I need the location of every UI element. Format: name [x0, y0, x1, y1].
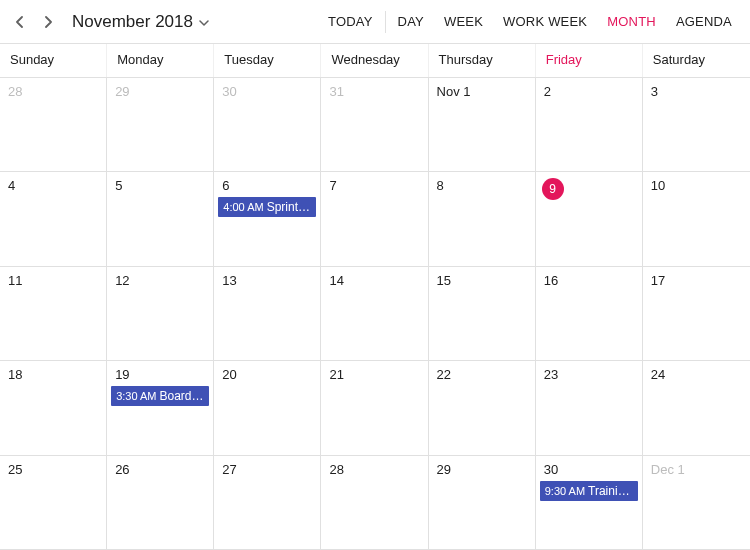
event-time: 4:00 AM — [223, 201, 263, 213]
calendar-cell[interactable]: 27 — [214, 456, 321, 550]
calendar-cell[interactable]: 64:00 AMSprint … — [214, 172, 321, 266]
calendar-cell[interactable]: 23 — [536, 361, 643, 455]
date-number: 19 — [111, 367, 129, 382]
date-number: 23 — [540, 367, 558, 382]
day-header-cell: Saturday — [643, 44, 750, 77]
view-agenda-button[interactable]: AGENDA — [666, 0, 742, 44]
calendar-cell[interactable]: Dec 1 — [643, 456, 750, 550]
calendar-cell[interactable]: 15 — [429, 267, 536, 361]
calendar-cell[interactable]: 29 — [107, 78, 214, 172]
view-month-button[interactable]: MONTH — [597, 0, 666, 44]
date-number: 17 — [647, 273, 665, 288]
toolbar-title: November 2018 — [72, 12, 193, 32]
calendar-cell[interactable]: 3 — [643, 78, 750, 172]
date-number: 28 — [325, 462, 343, 477]
date-number: 30 — [540, 462, 558, 477]
day-header-cell: Monday — [107, 44, 214, 77]
date-number: 5 — [111, 178, 122, 193]
date-number: 24 — [647, 367, 665, 382]
calendar-event[interactable]: 3:30 AMBoard … — [111, 386, 209, 406]
date-number: 14 — [325, 273, 343, 288]
calendar-cell[interactable]: 25 — [0, 456, 107, 550]
date-number: 30 — [218, 84, 236, 99]
day-header-cell: Sunday — [0, 44, 107, 77]
date-number: 8 — [433, 178, 444, 193]
date-number: 27 — [218, 462, 236, 477]
calendar-cell[interactable]: 26 — [107, 456, 214, 550]
calendar-cell[interactable]: 24 — [643, 361, 750, 455]
calendar-cell[interactable]: 10 — [643, 172, 750, 266]
calendar-cell[interactable]: 7 — [321, 172, 428, 266]
calendar-cell[interactable]: 309:30 AMTrainin… — [536, 456, 643, 550]
calendar-cell[interactable]: 13 — [214, 267, 321, 361]
calendar-cell[interactable]: 193:30 AMBoard … — [107, 361, 214, 455]
calendar-cell[interactable]: 20 — [214, 361, 321, 455]
calendar-cell[interactable]: 22 — [429, 361, 536, 455]
calendar-event[interactable]: 9:30 AMTrainin… — [540, 481, 638, 501]
calendar-cell[interactable]: 2 — [536, 78, 643, 172]
toolbar-separator — [385, 11, 386, 33]
event-title: Board … — [160, 389, 207, 403]
date-number: 25 — [4, 462, 22, 477]
calendar-cell[interactable]: 28 — [321, 456, 428, 550]
calendar-cell[interactable]: 21 — [321, 361, 428, 455]
calendar-cell[interactable]: 29 — [429, 456, 536, 550]
view-switcher: TODAY DAYWEEKWORK WEEKMONTHAGENDA — [318, 0, 742, 44]
calendar-cell[interactable]: 12 — [107, 267, 214, 361]
view-day-button[interactable]: DAY — [388, 0, 434, 44]
date-number: 13 — [218, 273, 236, 288]
date-number: 18 — [4, 367, 22, 382]
calendar-cell[interactable]: 8 — [429, 172, 536, 266]
day-header-cell: Thursday — [429, 44, 536, 77]
today-button[interactable]: TODAY — [318, 0, 383, 44]
date-number: 21 — [325, 367, 343, 382]
date-number: 28 — [4, 84, 22, 99]
day-header-cell: Tuesday — [214, 44, 321, 77]
date-number: 29 — [433, 462, 451, 477]
today-indicator: 9 — [542, 178, 564, 200]
nav-arrows — [8, 11, 60, 33]
date-number: 31 — [325, 84, 343, 99]
calendar-cell[interactable]: 5 — [107, 172, 214, 266]
date-number: 16 — [540, 273, 558, 288]
calendar-cell[interactable]: 31 — [321, 78, 428, 172]
date-number: 10 — [647, 178, 665, 193]
next-button[interactable] — [38, 11, 60, 33]
date-number: 20 — [218, 367, 236, 382]
calendar-cell[interactable]: 9 — [536, 172, 643, 266]
event-time: 3:30 AM — [116, 390, 156, 402]
date-number: 22 — [433, 367, 451, 382]
calendar-cell[interactable]: 16 — [536, 267, 643, 361]
date-range-picker[interactable]: November 2018 — [72, 12, 209, 32]
event-title: Sprint … — [267, 200, 314, 214]
calendar-cell[interactable]: 11 — [0, 267, 107, 361]
view-workweek-button[interactable]: WORK WEEK — [493, 0, 597, 44]
date-number: 4 — [4, 178, 15, 193]
view-week-button[interactable]: WEEK — [434, 0, 493, 44]
date-number: 12 — [111, 273, 129, 288]
calendar-cell[interactable]: 14 — [321, 267, 428, 361]
date-number: 6 — [218, 178, 229, 193]
calendar-cell[interactable]: 17 — [643, 267, 750, 361]
chevron-right-icon — [45, 16, 53, 28]
date-number: 26 — [111, 462, 129, 477]
date-number: 2 — [540, 84, 551, 99]
prev-button[interactable] — [8, 11, 30, 33]
calendar-cell[interactable]: Nov 1 — [429, 78, 536, 172]
caret-down-icon — [199, 14, 209, 29]
calendar-cell[interactable]: 28 — [0, 78, 107, 172]
calendar-event[interactable]: 4:00 AMSprint … — [218, 197, 316, 217]
calendar-cell[interactable]: 18 — [0, 361, 107, 455]
day-header-cell: Wednesday — [321, 44, 428, 77]
calendar-cell[interactable]: 30 — [214, 78, 321, 172]
month-grid: 28293031Nov 1234564:00 AMSprint …7891011… — [0, 78, 750, 550]
day-header-row: SundayMondayTuesdayWednesdayThursdayFrid… — [0, 44, 750, 78]
chevron-left-icon — [15, 16, 23, 28]
calendar-cell[interactable]: 4 — [0, 172, 107, 266]
date-number: 15 — [433, 273, 451, 288]
event-title: Trainin… — [588, 484, 636, 498]
date-number: 11 — [4, 273, 22, 288]
calendar-toolbar: November 2018 TODAY DAYWEEKWORK WEEKMONT… — [0, 0, 750, 44]
date-number: 3 — [647, 84, 658, 99]
date-number: Nov 1 — [433, 84, 471, 99]
